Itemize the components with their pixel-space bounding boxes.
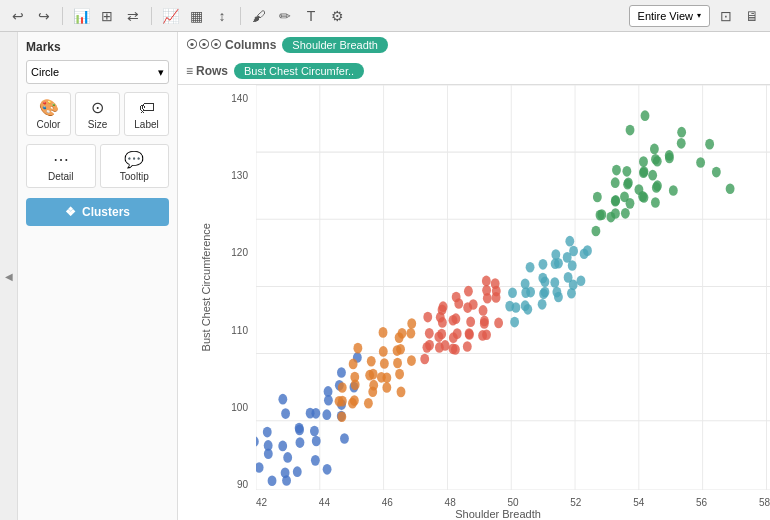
marks-type-dropdown[interactable]: Circle ▾ — [26, 60, 169, 84]
svg-point-144 — [526, 287, 535, 298]
svg-point-173 — [665, 153, 674, 164]
svg-point-188 — [726, 183, 735, 194]
svg-point-100 — [469, 299, 478, 310]
svg-point-124 — [510, 317, 519, 328]
svg-point-101 — [492, 292, 501, 303]
svg-point-77 — [407, 355, 416, 366]
monitor-icon[interactable]: 🖥 — [742, 6, 762, 26]
y-axis-label: Bust Chest Circumference — [200, 223, 212, 351]
fit-icon[interactable]: ⊡ — [716, 6, 736, 26]
svg-point-147 — [541, 287, 550, 298]
svg-point-62 — [364, 398, 373, 409]
svg-point-68 — [379, 346, 388, 357]
svg-point-168 — [612, 165, 621, 176]
svg-point-61 — [407, 318, 416, 329]
svg-point-177 — [639, 156, 648, 167]
color-label: Color — [37, 119, 61, 130]
svg-point-185 — [677, 138, 686, 149]
chart2-icon[interactable]: 📈 — [160, 6, 180, 26]
format-icon[interactable]: 🖌 — [249, 6, 269, 26]
detail-button[interactable]: ⋯ Detail — [26, 144, 96, 188]
x-axis-label: Shoulder Breadth — [226, 508, 770, 520]
label-label: Label — [134, 119, 158, 130]
toolbar-divider-3 — [240, 7, 241, 25]
svg-point-145 — [551, 249, 560, 260]
rows-row: ≡ Rows Bust Chest Circumfer.. — [178, 58, 770, 84]
entire-view-button[interactable]: Entire View ▾ — [629, 5, 710, 27]
svg-point-136 — [526, 262, 535, 273]
svg-point-65 — [382, 382, 391, 393]
svg-point-142 — [538, 273, 547, 284]
svg-point-129 — [508, 287, 517, 298]
column-field-pill[interactable]: Shoulder Breadth — [282, 37, 388, 53]
svg-point-178 — [648, 170, 657, 181]
detail-label: Detail — [48, 171, 74, 182]
svg-point-110 — [465, 329, 474, 340]
redo-icon[interactable]: ↪ — [34, 6, 54, 26]
svg-point-191 — [705, 139, 714, 150]
y-ticks: 140 130 120 110 100 90 — [226, 93, 256, 490]
rows-label: Rows — [196, 64, 228, 78]
svg-point-29 — [293, 466, 302, 477]
x-ticks: 42 44 46 48 50 52 54 56 58 — [256, 497, 770, 508]
svg-point-180 — [611, 208, 620, 219]
svg-point-76 — [348, 398, 357, 409]
chart-area: ⦿⦿⦿ Columns Shoulder Breadth ≡ Rows Bust… — [178, 32, 770, 520]
columns-icon: ⦿⦿⦿ Columns — [186, 38, 276, 52]
svg-point-117 — [482, 329, 491, 340]
svg-point-171 — [597, 209, 606, 220]
sort-icon[interactable]: ↕ — [212, 6, 232, 26]
toolbar-divider-1 — [62, 7, 63, 25]
clusters-button[interactable]: ❖ Clusters — [26, 198, 169, 226]
bar-chart-icon[interactable]: 📊 — [71, 6, 91, 26]
svg-point-45 — [323, 464, 332, 475]
svg-point-70 — [365, 370, 374, 381]
sidebar-toggle[interactable]: ◀ — [0, 32, 18, 520]
svg-point-164 — [611, 177, 620, 188]
svg-point-132 — [521, 278, 530, 289]
svg-point-28 — [322, 409, 331, 420]
svg-point-41 — [311, 408, 320, 419]
svg-point-104 — [434, 331, 443, 342]
svg-point-190 — [677, 127, 686, 138]
svg-point-60 — [350, 372, 359, 383]
tooltip-button[interactable]: 💬 Tooltip — [100, 144, 170, 188]
y-tick-100: 100 — [231, 402, 252, 413]
svg-point-172 — [639, 167, 648, 178]
svg-point-108 — [441, 340, 450, 351]
y-tick-130: 130 — [231, 170, 252, 181]
chart3-icon[interactable]: ▦ — [186, 6, 206, 26]
svg-point-47 — [281, 408, 290, 419]
tooltip-icon: 💬 — [124, 150, 144, 169]
svg-point-170 — [652, 182, 661, 193]
y-tick-140: 140 — [231, 93, 252, 104]
svg-point-79 — [398, 328, 407, 339]
scatter-plot — [256, 85, 770, 490]
brush-icon[interactable]: ✏ — [275, 6, 295, 26]
svg-point-78 — [377, 372, 386, 383]
svg-point-189 — [641, 110, 650, 121]
text-icon[interactable]: T — [301, 6, 321, 26]
svg-point-90 — [482, 276, 491, 287]
x-tick-50: 50 — [507, 497, 518, 508]
svg-point-183 — [651, 154, 660, 165]
color-button[interactable]: 🎨 Color — [26, 92, 71, 136]
svg-point-31 — [312, 436, 321, 447]
swap-icon[interactable]: ⇄ — [123, 6, 143, 26]
svg-point-162 — [650, 144, 659, 155]
size-button[interactable]: ⊙ Size — [75, 92, 120, 136]
svg-point-34 — [324, 395, 333, 406]
label-button[interactable]: 🏷 Label — [124, 92, 169, 136]
table-icon[interactable]: ⊞ — [97, 6, 117, 26]
svg-point-37 — [296, 437, 305, 448]
analytics-icon[interactable]: ⚙ — [327, 6, 347, 26]
svg-point-115 — [439, 301, 448, 312]
svg-point-141 — [583, 245, 592, 256]
svg-point-64 — [353, 343, 362, 354]
x-tick-54: 54 — [633, 497, 644, 508]
undo-icon[interactable]: ↩ — [8, 6, 28, 26]
marks-buttons-grid2: ⋯ Detail 💬 Tooltip — [26, 144, 169, 188]
x-tick-44: 44 — [319, 497, 330, 508]
row-field-pill[interactable]: Bust Chest Circumfer.. — [234, 63, 364, 79]
color-icon: 🎨 — [39, 98, 59, 117]
